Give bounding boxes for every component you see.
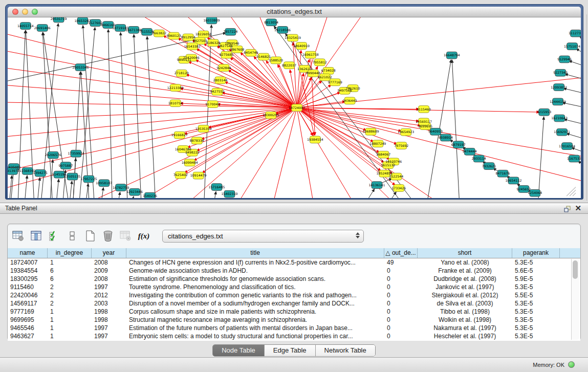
float-window-icon[interactable]: [564, 205, 571, 212]
cell: Changes of HCN gene expression and I(f) …: [126, 258, 384, 267]
cell: 1997: [92, 324, 126, 332]
table-row[interactable]: 946554611997Estimation of the future num…: [8, 324, 580, 332]
column-header-short[interactable]: short: [418, 248, 512, 258]
zoom-window-button[interactable]: [32, 9, 38, 15]
select-rows-icon[interactable]: [48, 229, 61, 243]
network-window-titlebar[interactable]: citations_edges.txt: [8, 7, 581, 17]
svg-text:14569117: 14569117: [416, 120, 432, 123]
svg-text:1588520: 1588520: [269, 58, 283, 62]
table-row[interactable]: 1456911722003Disruption of a novel membe…: [8, 299, 580, 308]
function-builder-icon[interactable]: f(x): [137, 229, 150, 243]
column-header-year[interactable]: year: [92, 248, 126, 258]
delete-rows-icon[interactable]: [101, 229, 115, 243]
close-window-button[interactable]: [12, 9, 18, 15]
svg-text:20206576: 20206576: [45, 153, 61, 157]
resize-grip[interactable]: [567, 187, 576, 196]
cell: 0: [384, 308, 418, 316]
tab-node-table[interactable]: Node Table: [213, 345, 265, 356]
table-row[interactable]: 977716911998Corpus callosum shape and si…: [8, 308, 580, 316]
cell: 1: [48, 324, 92, 332]
svg-text:2684067: 2684067: [376, 152, 390, 156]
svg-text:19166827: 19166827: [171, 133, 188, 137]
svg-text:1167533: 1167533: [567, 157, 581, 160]
svg-text:9129946: 9129946: [557, 57, 572, 61]
memory-status-indicator[interactable]: [568, 361, 575, 368]
window-controls: [12, 9, 38, 15]
svg-text:16099484: 16099484: [182, 161, 198, 164]
table-header-row: namein_degreeyeartitle△ out_de...shortpa…: [8, 248, 580, 258]
svg-text:18300295: 18300295: [263, 113, 279, 117]
column-header-out_de[interactable]: △ out_de...: [384, 248, 418, 258]
table-scrollbar[interactable]: [571, 259, 579, 340]
svg-text:8813054: 8813054: [264, 20, 278, 24]
column-chooser-icon[interactable]: [30, 229, 43, 243]
network-graph[interactable]: 1405571420691406205317191065328715276028…: [8, 17, 581, 198]
cell: Dudbridge et al. (2008): [418, 275, 512, 283]
cell: 0: [384, 283, 418, 291]
svg-text:1498222: 1498222: [185, 150, 200, 154]
network-window[interactable]: citations_edges.txt 14055714206914062053…: [5, 4, 583, 200]
svg-text:20053346: 20053346: [73, 65, 89, 69]
cell: Yano et al. (2008): [418, 258, 512, 267]
table-row[interactable]: 911546021997Tourette syndrome. Phenomeno…: [8, 283, 580, 291]
table-selector-dropdown[interactable]: citations_edges.txt: [162, 230, 364, 243]
svg-text:18640910: 18640910: [293, 44, 310, 48]
svg-text:2522544: 2522544: [389, 174, 403, 178]
table-scrollbar-thumb[interactable]: [573, 260, 578, 279]
cell: 5.3E-5: [512, 308, 560, 316]
cell: 2: [48, 291, 92, 299]
svg-text:7857224: 7857224: [223, 30, 237, 33]
svg-text:17957225: 17957225: [80, 177, 97, 181]
minimize-window-button[interactable]: [22, 9, 28, 15]
memory-status-label: Memory: OK: [533, 362, 564, 368]
delete-table-icon[interactable]: [119, 229, 133, 243]
column-header-name[interactable]: name: [8, 248, 48, 258]
network-canvas[interactable]: 1405571420691406205317191065328715276028…: [8, 17, 581, 198]
column-header-pagerank[interactable]: pagerank: [512, 248, 560, 258]
svg-text:20531719: 20531719: [51, 17, 67, 20]
svg-text:2718120: 2718120: [175, 71, 189, 75]
status-bar: Memory: OK: [0, 357, 588, 372]
cell: 2: [48, 283, 92, 291]
svg-text:18724007: 18724007: [289, 106, 305, 110]
svg-text:16648794: 16648794: [444, 53, 460, 57]
svg-text:6879197: 6879197: [451, 143, 466, 146]
cell: 2003: [92, 299, 126, 308]
svg-text:7955812: 7955812: [313, 60, 327, 64]
svg-text:10654112: 10654112: [506, 179, 522, 182]
tab-network-table[interactable]: Network Table: [316, 345, 375, 356]
column-header-in_degree[interactable]: in_degree: [48, 248, 92, 258]
table-settings-icon[interactable]: [12, 229, 25, 243]
cell: 5.3E-5: [512, 258, 560, 267]
table-row[interactable]: 1938455462009Genome-wide association stu…: [8, 267, 580, 275]
cell: 5.3E-5: [512, 283, 560, 291]
cell: 0: [384, 316, 418, 324]
svg-text:14055714: 14055714: [17, 24, 34, 28]
cell: 6: [48, 267, 92, 275]
table-row[interactable]: 969969511998Structural magnetic resonanc…: [8, 316, 580, 324]
cell: de Silva et al. (2003): [418, 299, 512, 308]
cell: Tibbo et al. (1998): [418, 308, 512, 316]
svg-text:10914479: 10914479: [190, 173, 207, 177]
table-row[interactable]: 946362711997Embryonic stem cells: a mode…: [8, 332, 580, 340]
svg-text:9497568: 9497568: [338, 89, 352, 93]
cell: 9115460: [8, 283, 48, 291]
table-row[interactable]: 1872400712008Changes of HCN gene express…: [8, 258, 580, 267]
svg-text:8938914: 8938914: [439, 136, 453, 139]
svg-text:7663822: 7663822: [152, 31, 166, 35]
cell: 6: [48, 275, 92, 283]
table-container: f(x) citations_edges.txt namein_degreeye…: [7, 224, 581, 341]
table-row[interactable]: 2242004622012Investigating the contribut…: [8, 291, 580, 299]
svg-text:9827503: 9827503: [193, 39, 207, 42]
svg-text:12923446: 12923446: [126, 190, 143, 194]
cell: Hescheler et al. (1997): [418, 332, 512, 340]
new-file-icon[interactable]: [83, 229, 97, 243]
table-row[interactable]: 1830029562008Estimation of significance …: [8, 275, 580, 283]
column-header-title[interactable]: title: [126, 248, 384, 258]
tab-edge-table[interactable]: Edge Table: [265, 345, 316, 356]
close-panel-icon[interactable]: ✕: [575, 204, 581, 213]
svg-text:22420046: 22420046: [183, 56, 200, 59]
cell: Wolkin et al. (1998): [418, 316, 512, 324]
row-height-icon[interactable]: [66, 229, 79, 243]
svg-text:9115460: 9115460: [417, 107, 431, 111]
